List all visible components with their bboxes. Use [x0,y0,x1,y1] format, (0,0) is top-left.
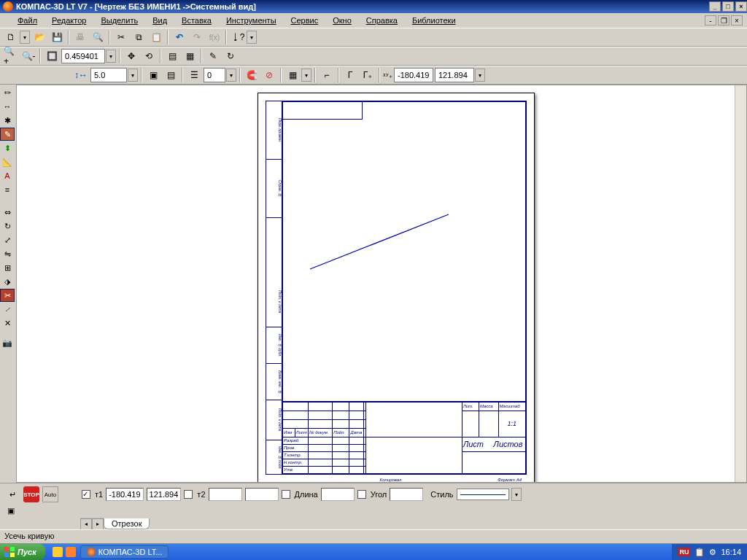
length-input[interactable] [321,488,355,501]
t1-y-input[interactable]: 121.894 [147,488,182,501]
coord-drop[interactable]: ▾ [475,69,485,82]
move-button[interactable]: ⇔ [0,206,15,219]
geometry-button[interactable]: ✏ [0,86,15,99]
grid-drop[interactable]: ▾ [301,69,311,82]
save-button[interactable]: 💾 [49,29,65,45]
new-dropdown[interactable]: ▾ [20,31,30,44]
symmetry-button[interactable]: ⇋ [0,247,15,260]
zoom-window-button[interactable]: 🔲 [44,48,60,64]
pointer-help-button[interactable]: ⭣? [230,29,246,45]
pan-button[interactable]: ✥ [123,48,139,64]
cut-button[interactable]: ✂ [113,29,129,45]
snap-off-button[interactable]: ⊘ [261,67,277,83]
menu-window[interactable]: Окно [327,15,357,26]
t1-lock-check[interactable] [82,490,90,499]
refresh-button[interactable]: ↻ [222,48,239,64]
panel-toggle-button[interactable]: ▣ [4,505,18,516]
help-dropdown[interactable]: ▾ [247,31,257,44]
task-kompas[interactable]: КОМПАС-3D LT... [80,545,169,559]
undo-button[interactable]: ↶ [171,29,187,45]
edit-button[interactable]: ✎ [0,128,15,141]
rotate-button[interactable]: ↻ [0,219,15,233]
style-drop[interactable]: ▾ [511,488,522,501]
minimize-button[interactable]: _ [709,1,721,12]
length-lock-check[interactable] [282,490,290,499]
doc-close-button[interactable]: × [731,15,743,26]
zoom-prev-button[interactable]: ⟲ [141,48,157,64]
symbols-button[interactable]: ✱ [0,114,15,127]
snap-on-button[interactable]: 🧲 [244,67,260,83]
redraw-button[interactable]: ✎ [205,48,221,64]
stop-button[interactable]: STOP [23,486,39,502]
redo-button[interactable]: ↷ [189,29,205,45]
menu-insert[interactable]: Вставка [176,15,217,26]
lcs-button[interactable]: ⌐ [319,67,335,83]
menu-service[interactable]: Сервис [285,15,325,26]
menu-libraries[interactable]: Библиотеки [406,15,462,26]
layers-button[interactable]: ▤ [164,48,180,64]
menu-view[interactable]: Вид [147,15,173,26]
t2-y-input[interactable] [245,488,279,501]
close-button[interactable]: × [735,1,747,12]
step-combo[interactable]: 5.0 [90,68,127,82]
print-button[interactable]: 🖶 [72,29,88,45]
menu-tools[interactable]: Инструменты [220,15,282,26]
step-drop[interactable]: ▾ [128,69,138,82]
coord-x-field[interactable]: -180.419 [394,68,433,82]
parameterize-button[interactable]: ⬍ [0,141,15,155]
segment-tab[interactable]: Отрезок [104,518,150,529]
grid-button[interactable]: ▦ [285,67,301,83]
paste-button[interactable]: 📋 [148,29,164,45]
ortho2-button[interactable]: Γ [342,67,358,83]
round-button[interactable]: Γ₊ [360,67,376,83]
ortho-button[interactable]: ↕↔ [73,67,89,83]
tray-icon-2[interactable]: ⚙ [709,548,716,557]
auto-button[interactable]: Auto [42,486,58,502]
language-indicator[interactable]: RU [678,548,690,556]
style-combo[interactable] [457,489,509,500]
tray-icon-1[interactable]: 📋 [694,548,705,557]
quick-launch-1[interactable] [53,547,63,557]
zoom-combo-drop[interactable]: ▾ [106,50,116,63]
zoom-out-button[interactable]: 🔍- [20,48,36,64]
views-button[interactable]: ▦ [182,48,198,64]
menu-file[interactable]: Файл [12,15,43,26]
zoom-combo[interactable]: 0.459401 [61,49,105,63]
vertical-scrollbar[interactable] [735,85,746,482]
open-button[interactable]: 📂 [31,29,47,45]
menu-select[interactable]: Выделить [95,15,144,26]
drawing-area[interactable]: Перв. примен. Справ. № Подп. и дата Инв.… [16,85,747,483]
menu-editor[interactable]: Редактор [46,15,92,26]
screenshot-button[interactable]: 📷 [0,336,15,349]
selection-button[interactable]: A [0,169,15,182]
t2-x-input[interactable] [209,488,242,501]
extend-button[interactable]: ⟋ [0,303,15,316]
break-button[interactable]: ✕ [0,316,15,330]
spec-button[interactable]: ≡ [0,183,15,196]
fx-button[interactable]: f(x) [206,29,222,45]
maximize-button[interactable]: □ [722,1,734,12]
tab-scroll-left[interactable]: ◂ [80,518,92,530]
tab-scroll-right[interactable]: ▸ [92,518,104,530]
layer-combo[interactable]: 0 [204,68,225,82]
layer-drop[interactable]: ▾ [226,69,236,82]
t2-lock-check[interactable] [184,490,193,499]
dimension-button[interactable]: ↔ [0,100,15,113]
layer-manage-button[interactable]: ☰ [186,67,202,83]
preview-button[interactable]: 🔍 [90,29,106,45]
layer1-button[interactable]: ▣ [145,67,161,83]
angle-lock-check[interactable] [357,490,366,499]
zoom-in-button[interactable]: 🔍+ [3,48,19,64]
quick-launch-2[interactable] [66,547,76,557]
create-object-button[interactable]: ↵ [4,486,20,502]
doc-restore-button[interactable]: ❐ [718,15,729,26]
doc-minimize-button[interactable]: - [705,15,716,26]
copy-array-button[interactable]: ⊞ [0,261,15,274]
coord-y-field[interactable]: 121.894 [435,68,474,82]
angle-input[interactable] [390,488,423,501]
layer2-button[interactable]: ▤ [163,67,179,83]
measure-button[interactable]: 📐 [0,155,15,168]
scale-button[interactable]: ⤢ [0,233,15,246]
start-button[interactable]: Пуск [0,544,45,560]
copy-button[interactable]: ⧉ [131,29,147,45]
